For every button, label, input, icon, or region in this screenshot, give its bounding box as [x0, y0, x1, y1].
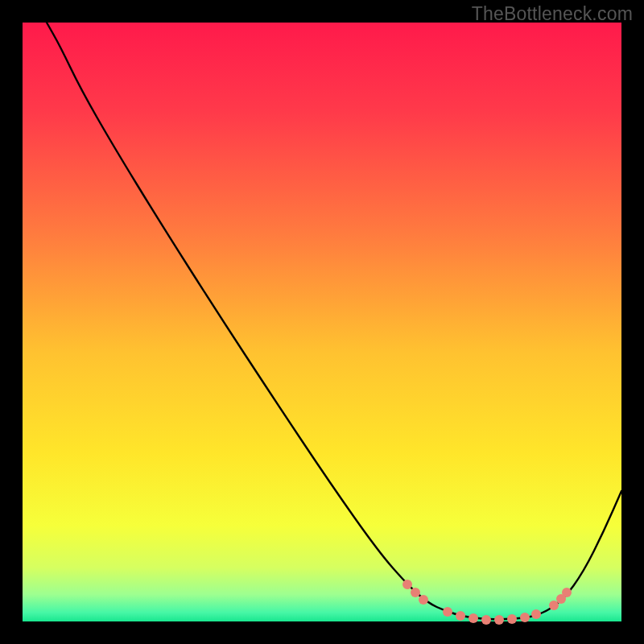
curve-marker: [411, 588, 420, 597]
curve-marker: [531, 609, 541, 619]
curve-marker: [419, 595, 428, 605]
curve-marker: [469, 613, 478, 623]
bottleneck-chart: [0, 0, 644, 644]
curve-marker: [456, 611, 465, 621]
curve-marker: [481, 615, 491, 625]
curve-marker: [494, 615, 504, 625]
chart-stage: TheBottleneck.com: [0, 0, 644, 644]
plot-background: [23, 23, 621, 621]
curve-marker: [443, 607, 452, 617]
curve-marker: [549, 601, 559, 610]
curve-marker: [507, 614, 517, 624]
curve-marker: [562, 588, 572, 597]
curve-marker: [520, 613, 530, 622]
watermark-text: TheBottleneck.com: [472, 3, 633, 25]
curve-marker: [402, 580, 412, 589]
